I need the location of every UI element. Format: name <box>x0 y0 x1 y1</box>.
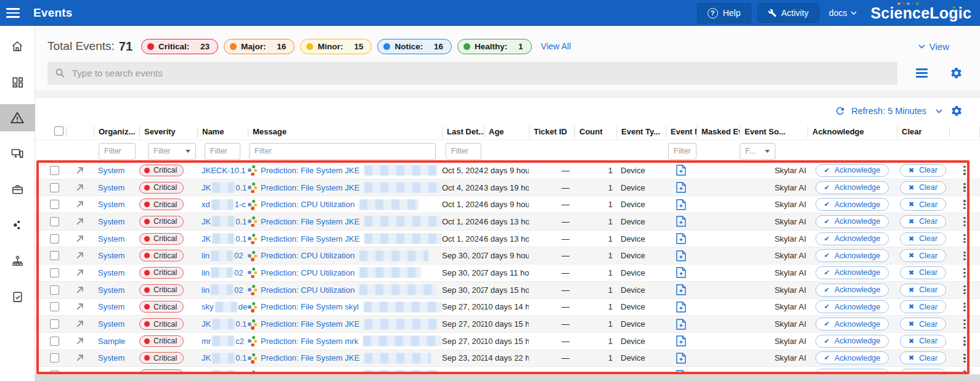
acknowledge-button[interactable]: ✔Acknowledge <box>815 335 889 348</box>
notice-pill[interactable]: Notice: 16 <box>377 39 452 54</box>
add-note-icon[interactable] <box>666 267 696 278</box>
add-note-icon[interactable] <box>666 216 696 227</box>
filter-last-detected[interactable] <box>446 143 481 160</box>
column-acknowledge[interactable]: Acknowledge <box>807 126 897 137</box>
add-note-icon[interactable] <box>666 182 696 193</box>
sidebar-item-dashboards[interactable] <box>0 68 35 96</box>
view-menu[interactable]: View <box>918 41 949 52</box>
list-view-icon[interactable] <box>916 68 928 78</box>
account-menu[interactable]: docs <box>829 8 857 18</box>
row-menu-icon[interactable] <box>961 300 968 314</box>
row-checkbox[interactable] <box>50 337 59 346</box>
row-checkbox[interactable] <box>50 319 59 329</box>
sidebar-item-maps[interactable] <box>0 247 35 274</box>
add-note-icon[interactable] <box>666 301 696 313</box>
acknowledge-button[interactable]: ✔Acknowledge <box>815 318 889 330</box>
column-last-detected[interactable]: Last Det... <box>442 126 484 137</box>
open-event-icon[interactable] <box>66 268 94 277</box>
message-link[interactable]: Prediction: File System JKE <box>261 183 359 192</box>
filter-name[interactable] <box>205 143 240 160</box>
column-ticket-id[interactable]: Ticket ID <box>529 126 574 137</box>
horizontal-scrollbar[interactable] <box>35 374 980 381</box>
column-name[interactable]: Name <box>197 126 248 137</box>
row-menu-icon[interactable] <box>961 215 968 229</box>
organization-link[interactable]: System <box>98 353 125 363</box>
organization-link[interactable]: System <box>98 183 125 192</box>
message-link[interactable]: Prediction: CPU Utilization <box>261 200 354 209</box>
open-event-icon[interactable] <box>66 337 94 346</box>
acknowledge-button[interactable]: ✔Acknowledge <box>815 300 889 313</box>
organization-link[interactable]: System <box>98 302 125 311</box>
organization-link[interactable]: System <box>98 251 125 260</box>
device-name-link[interactable]: mr <box>202 337 211 346</box>
column-clear[interactable]: Clear <box>897 126 949 137</box>
device-name-link[interactable]: lin <box>202 285 210 295</box>
add-note-icon[interactable] <box>666 165 696 176</box>
table-row[interactable]: System Critical lin 02 Prediction: CPU U… <box>35 282 980 299</box>
open-event-icon[interactable] <box>66 251 94 260</box>
row-checkbox[interactable] <box>50 200 59 209</box>
organization-link[interactable]: Sample <box>98 337 125 346</box>
row-checkbox[interactable] <box>50 268 59 277</box>
device-name-link-suffix[interactable]: 0.1 <box>235 234 247 244</box>
organization-link[interactable]: System <box>98 200 125 209</box>
activity-button[interactable]: Activity <box>757 3 819 23</box>
clear-button[interactable]: ✖Clear <box>900 164 946 177</box>
clear-button[interactable]: ✖Clear <box>900 318 946 330</box>
device-name-link[interactable]: lin <box>202 251 210 260</box>
sidebar-item-events[interactable] <box>0 104 35 131</box>
row-menu-icon[interactable] <box>961 266 968 280</box>
help-button[interactable]: ? Help <box>697 3 751 23</box>
device-name-link[interactable]: xd <box>202 200 210 209</box>
acknowledge-button[interactable]: ✔Acknowledge <box>815 164 889 177</box>
open-event-icon[interactable] <box>66 234 94 244</box>
filter-event-source-select[interactable]: F... <box>740 143 775 160</box>
filter-severity-select[interactable]: Filter <box>148 143 196 160</box>
row-checkbox[interactable] <box>50 353 59 363</box>
table-row[interactable]: System Critical JK 0.1 Prediction: File … <box>35 350 980 367</box>
table-row[interactable]: Sample Critical mr c2 Prediction: File S… <box>35 333 980 350</box>
device-name-link-suffix[interactable]: 0.1 <box>235 319 247 329</box>
column-message[interactable]: Message <box>248 126 442 137</box>
row-checkbox[interactable] <box>50 302 59 311</box>
column-severity[interactable]: Severity <box>139 126 197 137</box>
table-row[interactable]: System Critical xd 1-c Prediction: CPU U… <box>35 196 980 213</box>
device-name-link-suffix[interactable]: 02 <box>234 268 243 277</box>
open-event-icon[interactable] <box>66 285 94 295</box>
device-name-link[interactable]: sky <box>202 302 214 311</box>
table-row[interactable]: System Critical lin 02 Prediction: CPU U… <box>35 264 980 282</box>
device-name-link-suffix[interactable]: der <box>239 302 248 311</box>
table-row[interactable]: System Critical JK 0.1 Prediction: File … <box>35 213 980 231</box>
acknowledge-button[interactable]: ✔Acknowledge <box>815 232 889 245</box>
row-menu-icon[interactable] <box>961 283 968 297</box>
clear-button[interactable]: ✖Clear <box>900 266 946 279</box>
minor-pill[interactable]: Minor: 15 <box>300 39 372 54</box>
organization-link[interactable]: System <box>98 234 125 244</box>
sidebar-item-tasks[interactable] <box>0 283 35 310</box>
chevron-down-icon[interactable] <box>936 109 942 113</box>
refresh-icon[interactable] <box>835 105 846 117</box>
table-settings-gear-icon[interactable] <box>950 105 963 117</box>
message-link[interactable]: Prediction: CPU Utilization <box>261 268 354 277</box>
select-all-checkbox[interactable] <box>54 126 63 136</box>
organization-link[interactable]: System <box>98 268 125 277</box>
row-menu-icon[interactable] <box>961 197 968 211</box>
open-event-icon[interactable] <box>66 200 94 209</box>
clear-button[interactable]: ✖Clear <box>900 300 946 313</box>
clear-button[interactable]: ✖Clear <box>900 198 946 211</box>
device-name-link[interactable]: JK <box>202 183 211 192</box>
device-name-link[interactable]: JK <box>202 319 211 329</box>
table-row[interactable]: System Critical JKECK-10.1 Prediction: F… <box>35 162 980 179</box>
device-name-link[interactable]: JKECK-10.1 <box>202 166 246 175</box>
table-row[interactable]: System Critical JK 0.1 Prediction: File … <box>35 179 980 197</box>
clear-button[interactable]: ✖Clear <box>900 232 946 245</box>
message-link[interactable]: Prediction: File System JKE <box>261 166 359 175</box>
row-menu-icon[interactable] <box>961 317 968 331</box>
device-name-link[interactable]: JK <box>202 234 211 244</box>
column-count[interactable]: Count <box>574 126 616 137</box>
organization-link[interactable]: System <box>98 319 125 329</box>
clear-button[interactable]: ✖Clear <box>900 284 946 297</box>
column-masked-events[interactable]: Masked Events <box>696 126 740 137</box>
add-note-icon[interactable] <box>666 250 696 261</box>
clear-button[interactable]: ✖Clear <box>900 335 946 348</box>
